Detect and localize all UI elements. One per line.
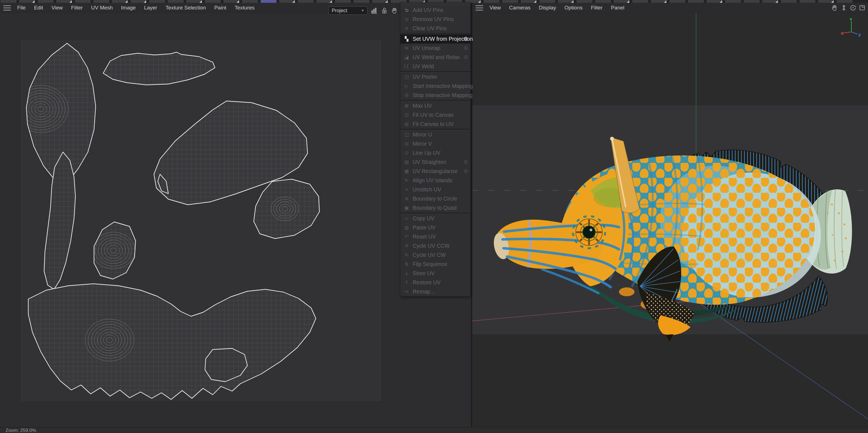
layout-tab[interactable] [149,0,165,3]
uv-canvas[interactable] [21,41,381,401]
layout-tab[interactable] [632,0,648,3]
menu-textures[interactable]: Textures [230,5,259,11]
layout-tab[interactable] [223,0,239,3]
lock-open-icon[interactable] [381,7,388,14]
viewport-menu-view[interactable]: View [485,5,505,11]
layout-tab[interactable] [521,0,537,3]
stop-interactive-mapping-icon: ⊘ [403,91,410,100]
layout-tab[interactable] [614,0,629,3]
layout-tab[interactable] [781,0,797,3]
layout-tab[interactable] [502,0,518,3]
histogram-icon[interactable] [371,7,378,14]
uv-weld-icon: [{ [403,62,410,71]
menu-view[interactable]: View [47,5,67,11]
menu-filter[interactable]: Filter [67,5,87,11]
fish-detail [842,251,844,253]
layout-tab[interactable] [837,0,852,3]
layout-tab[interactable] [372,0,388,3]
boundary-to-circle-icon: ⊚ [403,194,410,203]
gear-options-icon[interactable]: ⚙ [463,158,468,167]
layout-tab[interactable] [707,0,722,3]
layout-tab[interactable] [484,0,499,3]
tab-fold-icon [330,0,332,3]
layout-tab[interactable] [93,0,109,3]
fit-uv-to-canvas-icon: ⊡ [403,111,410,120]
layout-tab[interactable] [818,0,834,3]
tab-fold-icon [32,0,35,3]
viewport-menu-panel[interactable]: Panel [607,5,629,11]
menu-paint[interactable]: Paint [210,5,230,11]
hand-icon[interactable] [391,7,398,14]
layout-tab[interactable] [539,0,555,3]
menu-item-uv-weld: [{UV Weld [400,62,470,71]
gear-options-icon[interactable]: ⚙ [463,43,468,53]
layout-tab[interactable] [670,0,685,3]
menu-file[interactable]: File [13,5,30,11]
gear-options-icon[interactable]: ⚙ [463,34,468,43]
menu-layer[interactable]: Layer [140,5,161,11]
layout-tab[interactable] [595,0,611,3]
uv-island-bottom-large[interactable] [28,284,316,399]
layout-tab[interactable] [186,0,202,3]
uv-island-fin-strip[interactable] [103,52,215,85]
maximize-icon[interactable] [859,4,866,11]
layout-tab[interactable] [19,0,35,3]
menu-item-label: UV Rectangularize [413,168,458,174]
menu-item-uv-rectangularize: ▦UV Rectangularize⚙ [400,167,470,176]
layout-tab[interactable] [688,0,704,3]
menu-image[interactable]: Image [117,5,140,11]
uv-island-side-blob[interactable] [254,179,319,239]
menu-item-label: Cycle UV CW [413,252,446,258]
uv-island-round[interactable] [92,222,135,279]
gear-options-icon[interactable]: ⚙ [463,167,468,176]
menu-edit[interactable]: Edit [30,5,48,11]
layout-tab[interactable] [38,0,54,3]
layout-tab[interactable] [762,0,778,3]
menu-item-set-uvw-from-projection[interactable]: ▚Set UVW from Projection⚙ [400,34,470,43]
layout-tab[interactable] [316,0,332,3]
layout-tab[interactable] [279,0,295,3]
layout-tab[interactable] [335,0,351,3]
hamburger-menu-icon[interactable] [3,5,11,10]
layout-tab-active[interactable] [261,0,277,3]
layout-tab[interactable] [744,0,760,3]
tab-fold-icon [720,0,722,3]
layout-tab[interactable] [75,0,91,3]
menu-item-cycle-uv-cw: ↻Cycle UV CW [400,250,470,260]
cycle-uv-cw-icon: ↻ [403,250,410,260]
tab-fold-icon [292,0,295,3]
layout-tab[interactable] [651,0,666,3]
viewport-menu-options[interactable]: Options [560,5,587,11]
layout-tab[interactable] [205,0,221,3]
fish-model[interactable] [472,13,868,427]
layout-tab[interactable] [725,0,741,3]
context-menu-drag-handle[interactable] [400,2,470,5]
layout-tab[interactable] [298,0,314,3]
layout-tab[interactable] [131,0,147,3]
layout-tab[interactable] [56,0,72,3]
project-dropdown[interactable]: Project ▼ [329,6,367,15]
dolly-icon[interactable] [840,4,847,11]
hamburger-menu-icon[interactable] [475,5,483,10]
gear-options-icon[interactable]: ⚙ [463,53,468,62]
layout-tab[interactable] [800,0,815,3]
viewport-menu-display[interactable]: Display [535,5,560,11]
menu-uv-mesh[interactable]: UV Mesh [87,5,117,11]
menu-texture-selection[interactable]: Texture Selection [161,5,210,11]
viewport-3d[interactable]: Y X Z [472,13,868,427]
tab-fold-icon [69,0,72,3]
hand-icon[interactable] [831,4,838,11]
layout-tab[interactable] [242,0,258,3]
layout-tab[interactable] [168,0,184,3]
layout-tab[interactable] [1,0,17,3]
viewport-menu-filter[interactable]: Filter [587,5,607,11]
tab-fold-icon [534,0,536,3]
orbit-icon[interactable] [849,4,857,11]
layout-tab[interactable] [353,0,369,3]
fit-canvas-to-uv-icon: ⊞ [403,120,410,129]
layout-tab[interactable] [112,0,128,3]
align-uv-islands-icon: ↻ [403,176,410,185]
layout-tab[interactable] [577,0,592,3]
layout-tab[interactable] [558,0,574,3]
viewport-menu-cameras[interactable]: Cameras [505,5,535,11]
